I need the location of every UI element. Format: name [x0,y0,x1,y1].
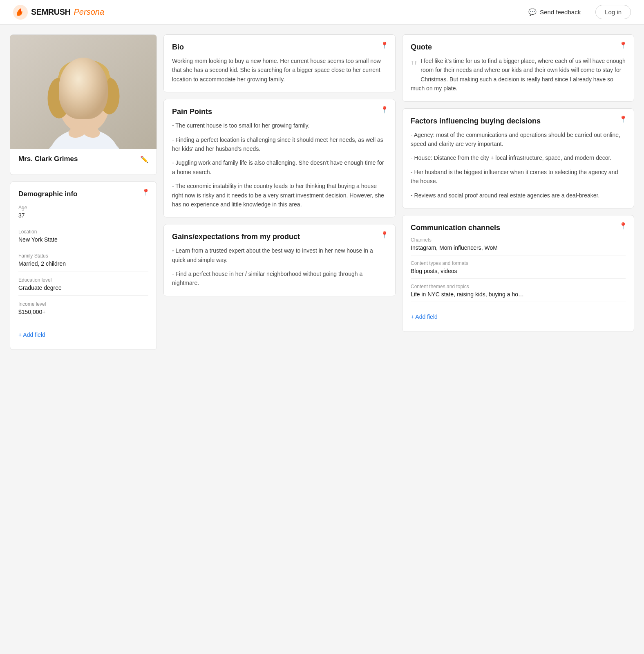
pin-icon-quote[interactable]: 📍 [619,41,627,49]
quote-title: Quote [411,43,626,52]
family-status-value: Married, 2 children [18,260,148,267]
pin-icon-pain-points[interactable]: 📍 [380,106,389,114]
factors-card: 📍 Factors influencing buying decisions -… [402,108,634,208]
pin-icon-channels[interactable]: 📍 [619,222,627,230]
education-value: Graduate degree [18,284,148,291]
channels-label-1: Channels [411,237,626,243]
middle-column: 📍 Bio Working mom looking to buy a new h… [163,34,396,350]
chat-icon: 💬 [528,8,537,16]
right-column: 📍 Quote " I feel like it's time for us t… [402,34,634,350]
channels-title: Communication channels [411,224,626,232]
send-feedback-button[interactable]: 💬 Send feedback [523,5,586,19]
header: SEMRUSH Persona 💬 Send feedback Log in [0,0,644,25]
demographic-card: 📍 Demographic info Age 37 Location New Y… [10,181,157,350]
quote-body: " I feel like it's time for us to find a… [411,56,626,93]
channels-value-2: Blog posts, videos [411,268,626,274]
gains-title: Gains/expectations from my product [172,233,387,241]
pain-points-title: Pain Points [172,108,387,116]
login-button[interactable]: Log in [595,5,631,19]
svg-point-9 [99,78,120,114]
channels-value-1: Instagram, Mom influencers, WoM [411,244,626,251]
feedback-label: Send feedback [540,9,581,16]
channels-field-2: Content types and formats Blog posts, vi… [411,260,626,279]
education-label: Education level [18,277,148,283]
location-value: New York State [18,236,148,243]
factor-item-1: - Agency: most of the communications and… [411,130,626,149]
income-field: Income level $150,000+ [18,301,148,319]
profile-image-svg [10,35,157,149]
factors-title: Factors influencing buying decisions [411,117,626,125]
channels-label-2: Content types and formats [411,260,626,266]
factors-text: - Agency: most of the communications and… [411,130,626,200]
profile-name: Mrs. Clark Grimes [18,155,78,163]
svg-point-14 [90,97,94,101]
channels-value-3: Life in NYC state, raising kids, buying … [411,291,626,298]
left-column: Mrs. Clark Grimes ✏️ 📍 Demographic info … [10,34,157,350]
demographic-title: Demographic info [18,190,148,198]
family-status-field: Family Status Married, 2 children [18,253,148,271]
pin-icon-demographic[interactable]: 📍 [142,188,150,196]
bio-card: 📍 Bio Working mom looking to buy a new h… [163,34,396,92]
logo-persona-text: Persona [74,7,105,17]
location-field: Location New York State [18,229,148,247]
svg-point-11 [73,97,80,102]
location-label: Location [18,229,148,235]
pain-points-text: - The current house is too small for her… [172,121,387,209]
education-field: Education level Graduate degree [18,277,148,296]
quote-mark-icon: " [411,60,417,73]
pain-point-item-3: - Juggling work and family life is also … [172,158,387,177]
channels-field-1: Channels Instagram, Mom influencers, WoM [411,237,626,255]
svg-point-13 [74,97,78,101]
logo-area: SEMRUSH Persona [13,5,104,20]
bio-text: Working mom looking to buy a new home. H… [172,56,387,84]
pin-icon-factors[interactable]: 📍 [619,115,627,123]
svg-point-10 [59,59,109,90]
income-value: $150,000+ [18,309,148,315]
factor-item-2: - House: Distance from the city + local … [411,153,626,162]
semrush-logo-icon [13,5,28,20]
svg-point-12 [88,97,96,102]
income-label: Income level [18,301,148,307]
channels-field-3: Content themes and topics Life in NYC st… [411,284,626,302]
age-label: Age [18,205,148,211]
svg-point-16 [92,98,93,100]
pain-point-item-1: - The current house is too small for her… [172,121,387,130]
gains-text: - Learn from a trusted expert about the … [172,246,387,288]
main-content: Mrs. Clark Grimes ✏️ 📍 Demographic info … [0,25,644,360]
channels-card: 📍 Communication channels Channels Instag… [402,215,634,332]
header-right: 💬 Send feedback Log in [523,5,631,19]
logo-semrush-text: SEMRUSH [31,7,71,17]
pain-point-item-2: - Finding a perfect location is challeng… [172,135,387,154]
gains-item-2: - Find a perfect house in her / similar … [172,269,387,288]
factor-item-4: - Reviews and social proof around real e… [411,191,626,200]
svg-point-15 [76,98,78,100]
profile-name-row: Mrs. Clark Grimes ✏️ [10,149,157,166]
age-field: Age 37 [18,205,148,223]
edit-profile-icon[interactable]: ✏️ [140,155,148,163]
quote-card: 📍 Quote " I feel like it's time for us t… [402,34,634,102]
svg-point-8 [47,78,70,118]
gains-item-1: - Learn from a trusted expert about the … [172,246,387,264]
add-channel-field-button[interactable]: + Add field [411,310,438,323]
factor-item-3: - Her husband is the biggest influencer … [411,168,626,186]
pin-icon-gains[interactable]: 📍 [380,231,389,239]
channels-label-3: Content themes and topics [411,284,626,289]
pain-point-item-4: - The economic instability in the countr… [172,181,387,209]
pain-points-card: 📍 Pain Points - The current house is too… [163,99,396,217]
profile-card: Mrs. Clark Grimes ✏️ [10,34,157,175]
age-value: 37 [18,212,148,219]
gains-card: 📍 Gains/expectations from my product - L… [163,224,396,296]
add-demographic-field-button[interactable]: + Add field [18,328,45,341]
quote-text: I feel like it's time for us to find a b… [411,58,626,92]
pin-icon-bio[interactable]: 📍 [380,41,389,49]
svg-point-6 [59,75,109,133]
family-status-label: Family Status [18,253,148,259]
profile-photo [10,35,157,149]
bio-title: Bio [172,43,387,52]
